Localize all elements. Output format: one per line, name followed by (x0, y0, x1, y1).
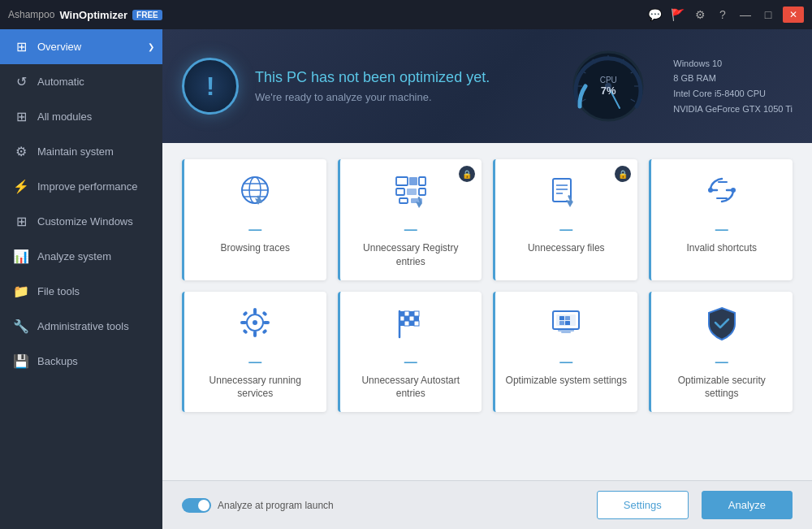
sidebar-label-admin: Administrative tools (37, 320, 129, 332)
analyze-button[interactable]: Analyze (702, 491, 793, 519)
system-info: Windows 10 8 GB RAM Intel Core i5-8400 C… (673, 56, 793, 117)
svg-rect-68 (559, 316, 564, 320)
minimize-icon[interactable]: — (737, 8, 754, 21)
svg-rect-62 (414, 321, 419, 326)
backups-icon: 💾 (13, 353, 29, 369)
autostart-label: Unnecessary Autostart entries (350, 374, 473, 401)
module-security-settings[interactable]: — Optimizable security settings (649, 292, 793, 413)
toggle-switch[interactable]: Analyze at program launch (182, 498, 334, 513)
svg-rect-47 (243, 310, 248, 316)
autostart-icon (393, 305, 429, 348)
svg-rect-43 (253, 308, 257, 314)
shortcuts-dash: — (715, 223, 728, 236)
svg-rect-71 (565, 321, 570, 325)
maximize-icon[interactable]: □ (760, 8, 776, 21)
automatic-icon: ↺ (13, 74, 29, 89)
svg-rect-20 (409, 177, 417, 185)
svg-rect-67 (561, 332, 571, 333)
browsing-traces-icon (237, 172, 273, 215)
shortcuts-label: Invalid shortcuts (686, 241, 757, 255)
header-banner: ! This PC has not been optimized yet. We… (162, 29, 812, 143)
sidebar-label-improve: Improve performance (37, 180, 138, 193)
module-browsing-traces[interactable]: — Browsing traces (182, 159, 326, 280)
bottom-bar: Analyze at program launch Settings Analy… (162, 480, 812, 529)
content-area: ! This PC has not been optimized yet. We… (162, 29, 812, 529)
svg-rect-49 (243, 328, 248, 334)
sidebar-item-customize[interactable]: ⊞ Customize Windows (0, 204, 162, 239)
files-dash: — (559, 223, 572, 236)
help-icon[interactable]: ? (715, 8, 731, 21)
registry-lock-icon: 🔒 (459, 166, 475, 182)
shortcuts-icon (704, 172, 740, 215)
modules-grid: — Browsing traces 🔒 (182, 159, 793, 412)
services-icon (237, 305, 273, 348)
svg-rect-22 (396, 189, 404, 195)
sidebar-label-overview: Overview (37, 41, 81, 53)
module-services[interactable]: — Unnecessary running services (182, 292, 326, 413)
sidebar-item-improve[interactable]: ⚡ Improve performance (0, 169, 162, 204)
svg-rect-60 (404, 321, 409, 326)
app-name: Ashampoo (8, 9, 54, 20)
sidebar-label-all-modules: All modules (37, 111, 92, 123)
toggle-track[interactable] (182, 498, 211, 513)
app-name-bold: WinOptimizer (59, 9, 127, 21)
svg-rect-66 (558, 329, 574, 332)
module-shortcuts[interactable]: — Invalid shortcuts (649, 159, 793, 280)
sidebar-label-customize: Customize Windows (37, 215, 133, 228)
module-files[interactable]: 🔒 — Unnecessary files (493, 159, 637, 280)
registry-icon (393, 172, 429, 215)
svg-rect-24 (419, 189, 425, 195)
svg-rect-70 (559, 321, 564, 325)
browsing-dash: — (248, 223, 261, 236)
svg-rect-54 (414, 311, 419, 316)
svg-point-42 (253, 320, 257, 325)
sidebar-item-file-tools[interactable]: 📁 File tools (0, 274, 162, 309)
services-label: Unnecessary running services (194, 374, 317, 401)
svg-rect-19 (396, 177, 408, 185)
admin-icon: 🔧 (13, 319, 29, 334)
all-modules-icon: ⊞ (13, 109, 29, 124)
svg-rect-57 (409, 316, 414, 321)
module-registry[interactable]: 🔒 (338, 159, 482, 280)
svg-rect-56 (404, 316, 409, 321)
maintain-icon: ⚙ (13, 144, 29, 159)
titlebar: Ashampoo WinOptimizer FREE 💬 🚩 ⚙ ? — □ ✕ (0, 0, 812, 29)
sidebar-item-analyze[interactable]: 📊 Analyze system (0, 239, 162, 274)
svg-point-37 (708, 188, 713, 193)
sidebar-item-backups[interactable]: 💾 Backups (0, 344, 162, 379)
services-dash: — (248, 356, 261, 369)
sidebar-item-overview[interactable]: ⊞ Overview (0, 29, 162, 64)
gauge-label: CPU 7% (600, 76, 617, 97)
flag-icon[interactable]: 🚩 (669, 8, 685, 21)
gear-icon[interactable]: ⚙ (692, 8, 708, 21)
sys-gpu: NVIDIA GeForce GTX 1050 Ti (673, 102, 793, 117)
sidebar-item-maintain[interactable]: ⚙ Maintain system (0, 134, 162, 169)
security-settings-label: Optimizable security settings (661, 374, 784, 401)
svg-rect-50 (262, 328, 268, 334)
svg-rect-69 (565, 316, 570, 320)
cpu-percent: 7% (600, 85, 617, 97)
toggle-thumb (198, 500, 209, 511)
sidebar-item-automatic[interactable]: ↺ Automatic (0, 64, 162, 99)
close-icon[interactable]: ✕ (783, 7, 804, 23)
settings-button[interactable]: Settings (597, 491, 689, 519)
gauge-container: CPU 7% (568, 46, 649, 127)
svg-rect-58 (414, 316, 419, 321)
window-controls: 💬 🚩 ⚙ ? — □ ✕ (646, 7, 804, 23)
sidebar-item-all-modules[interactable]: ⊞ All modules (0, 99, 162, 134)
module-autostart[interactable]: — Unnecessary Autostart entries (338, 292, 482, 413)
svg-rect-61 (409, 321, 414, 326)
module-system-settings[interactable]: — Optimizable system settings (493, 292, 637, 413)
app-logo: Ashampoo WinOptimizer FREE (8, 9, 646, 21)
sys-cpu: Intel Core i5-8400 CPU (673, 86, 793, 102)
sidebar-item-admin[interactable]: 🔧 Administrative tools (0, 309, 162, 344)
sidebar-label-file-tools: File tools (37, 285, 80, 297)
modules-area: — Browsing traces 🔒 (162, 143, 812, 480)
system-settings-icon (548, 305, 584, 348)
svg-rect-45 (240, 321, 247, 324)
header-text: This PC has not been optimized yet. We'r… (255, 69, 551, 103)
chat-icon[interactable]: 💬 (646, 8, 663, 21)
cpu-gauge: CPU 7% (568, 46, 649, 127)
browsing-label: Browsing traces (221, 241, 290, 255)
system-settings-label: Optimizable system settings (506, 374, 627, 388)
